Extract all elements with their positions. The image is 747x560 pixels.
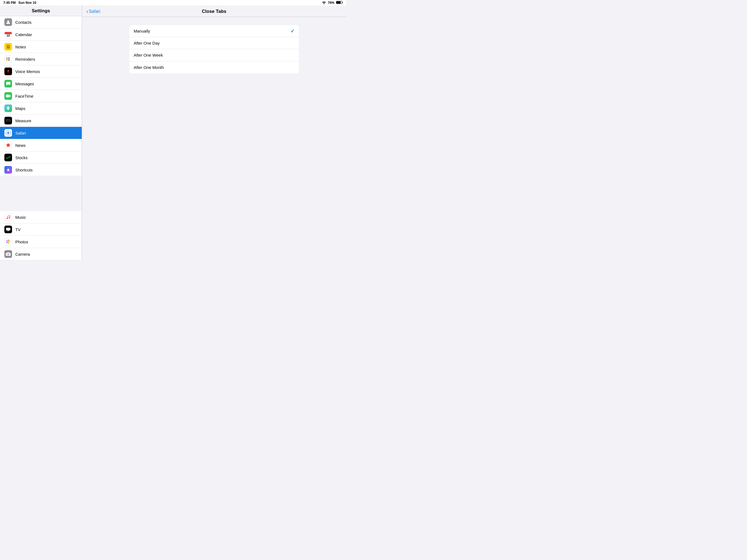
sidebar-item-contacts[interactable]: Contacts [0,16,82,28]
wifi-icon [322,1,326,5]
sidebar-item-maps[interactable]: Maps [0,102,82,114]
option-after-one-day-label: After One Day [134,41,160,45]
main-container: Settings Contacts 10 Calendar [0,5,346,260]
svg-point-10 [6,60,7,61]
svg-rect-28 [6,228,10,230]
measure-label: Measure [15,119,31,123]
status-bar-left: 7:45 PM Sun Nov 10 [3,1,36,5]
sidebar-item-notes[interactable]: Notes [0,41,82,53]
options-card: Manually ✓ After One Day After One Week … [129,25,299,73]
option-manually-label: Manually [134,29,150,33]
sidebar-item-camera[interactable]: Camera [0,248,82,260]
sidebar-item-tv[interactable]: TV [0,223,82,236]
stocks-icon [4,154,12,161]
sidebar-item-safari[interactable]: Safari [0,127,82,139]
svg-point-8 [6,57,7,58]
sidebar-item-facetime[interactable]: FaceTime [0,90,82,102]
notes-label: Notes [15,45,26,49]
svg-rect-1 [342,2,343,3]
option-after-one-day[interactable]: After One Day [129,37,299,49]
sidebar-item-voicememos[interactable]: Voice Memos [0,65,82,78]
voicememos-icon [4,68,12,75]
option-after-one-week-label: After One Week [134,53,163,57]
status-bar: 7:45 PM Sun Nov 10 76% [0,0,346,5]
facetime-icon [4,92,12,100]
measure-icon [4,117,12,124]
photos-icon [4,238,12,246]
option-after-one-month-label: After One Month [134,65,164,70]
messages-icon [4,80,12,87]
sidebar-item-music[interactable]: Music [0,211,82,223]
time: 7:45 PM [3,1,16,5]
option-after-one-month[interactable]: After One Month [129,61,299,73]
notes-icon [4,43,12,51]
sidebar-item-calendar[interactable]: 10 Calendar [0,28,82,41]
sidebar-item-stocks[interactable]: Stocks [0,152,82,164]
svg-point-29 [8,241,9,243]
tv-icon [4,226,12,233]
content-title: Close Tabs [202,9,226,14]
reminders-label: Reminders [15,57,35,61]
news-icon [4,142,12,149]
back-button[interactable]: ‹ Safari [86,8,100,15]
reminders-icon [4,55,12,63]
maps-label: Maps [15,106,25,111]
sidebar: Settings Contacts 10 Calendar [0,5,82,260]
contacts-icon [4,18,12,26]
svg-marker-25 [6,131,10,135]
svg-point-3 [7,21,9,22]
shortcuts-label: Shortcuts [15,168,32,172]
battery-icon [336,1,343,5]
svg-point-17 [8,107,8,108]
sidebar-group-gap [0,206,82,211]
music-icon [4,213,12,221]
svg-rect-2 [336,1,341,4]
safari-label: Safari [15,131,26,135]
svg-point-34 [6,242,8,243]
sidebar-title: Settings [32,8,50,14]
sidebar-item-reminders[interactable]: Reminders [0,53,82,65]
content-area: ‹ Safari Close Tabs Manually ✓ After One… [82,5,346,260]
tv-label: TV [15,227,21,232]
voicememos-label: Voice Memos [15,69,40,74]
sidebar-item-messages[interactable]: Messages [0,78,82,90]
music-label: Music [15,215,26,220]
svg-point-9 [6,58,7,59]
svg-point-36 [7,253,9,255]
battery-percentage: 76% [328,1,334,5]
svg-point-30 [8,239,9,241]
sidebar-list-2[interactable]: Music TV [0,211,82,260]
back-chevron-icon: ‹ [86,8,88,15]
sidebar-item-shortcuts[interactable]: Shortcuts [0,164,82,176]
photos-label: Photos [15,239,28,244]
svg-point-33 [8,243,9,244]
date: Sun Nov 10 [18,1,36,5]
option-manually[interactable]: Manually ✓ [129,25,299,37]
news-label: News [15,143,26,148]
sidebar-item-photos[interactable]: Photos [0,236,82,248]
calendar-label: Calendar [15,32,32,37]
svg-point-31 [9,240,10,242]
camera-label: Camera [15,252,30,256]
sidebar-list[interactable]: Contacts 10 Calendar [0,16,82,206]
svg-rect-14 [8,70,9,72]
maps-icon [4,104,12,112]
calendar-icon: 10 [4,31,12,38]
svg-point-35 [6,240,8,242]
svg-point-32 [9,242,10,243]
sidebar-item-measure[interactable]: Measure [0,114,82,127]
option-after-one-week[interactable]: After One Week [129,49,299,61]
sidebar-item-news[interactable]: News [0,139,82,152]
safari-icon [4,129,12,137]
option-manually-check: ✓ [290,28,294,34]
svg-point-27 [9,217,10,219]
svg-rect-16 [6,95,9,98]
content-body: Manually ✓ After One Day After One Week … [82,17,346,260]
facetime-label: FaceTime [15,94,33,98]
status-bar-right: 76% [322,1,343,5]
stocks-label: Stocks [15,155,28,160]
svg-point-26 [6,218,8,219]
sidebar-header: Settings [0,5,82,16]
content-header: ‹ Safari Close Tabs [82,5,346,17]
back-label: Safari [89,9,100,14]
